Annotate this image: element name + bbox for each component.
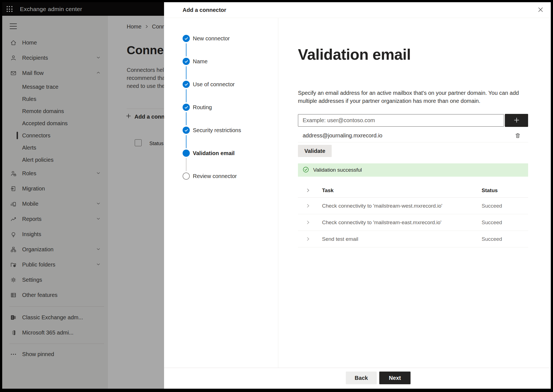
step-validation-email[interactable]: Validation email bbox=[164, 150, 278, 173]
success-check-icon bbox=[303, 166, 309, 174]
expand-row-button[interactable] bbox=[298, 220, 322, 225]
task-column-header: Task bbox=[322, 187, 482, 194]
address-value: address@journaling.mxrecord.io bbox=[298, 132, 382, 139]
address-list-item: address@journaling.mxrecord.io bbox=[298, 129, 528, 142]
validation-task-table: Task Status Check connectivity to 'mails… bbox=[298, 183, 528, 247]
add-address-button[interactable] bbox=[505, 114, 528, 127]
wizard-stepper: New connector Name Use of connector Rout… bbox=[164, 18, 278, 368]
step-connector-line bbox=[186, 135, 186, 148]
banner-text: Validation successful bbox=[313, 167, 362, 173]
trash-icon bbox=[515, 135, 521, 140]
table-row: Check connectivity to 'mailstream-west.m… bbox=[298, 198, 528, 214]
step-routing[interactable]: Routing bbox=[164, 104, 278, 127]
step-connector-line bbox=[186, 112, 186, 125]
step-done-icon bbox=[183, 35, 190, 42]
table-row: Send test email Succeed bbox=[298, 231, 528, 247]
close-icon bbox=[538, 7, 544, 14]
step-connector-line bbox=[186, 89, 186, 102]
next-button[interactable]: Next bbox=[379, 372, 411, 384]
add-connector-modal: Add a connector New connector Name bbox=[164, 2, 551, 389]
validation-success-banner: Validation successful bbox=[298, 163, 528, 177]
step-done-icon bbox=[183, 58, 190, 65]
step-security-restrictions[interactable]: Security restrictions bbox=[164, 127, 278, 150]
step-description: Specify an email address for an active m… bbox=[298, 89, 523, 105]
modal-title: Add a connector bbox=[183, 7, 226, 13]
step-use-of-connector[interactable]: Use of connector bbox=[164, 81, 278, 104]
step-connector-line bbox=[186, 66, 186, 79]
step-done-icon bbox=[183, 127, 190, 134]
status-column-header: Status bbox=[482, 187, 528, 194]
modal-header: Add a connector bbox=[164, 2, 551, 18]
table-header-row: Task Status bbox=[298, 183, 528, 198]
validate-button[interactable]: Validate bbox=[298, 145, 332, 157]
modal-footer: Back Next bbox=[164, 368, 551, 389]
close-button[interactable] bbox=[537, 6, 544, 14]
table-row: Check connectivity to 'mailstream-east.m… bbox=[298, 214, 528, 231]
status-cell: Succeed bbox=[482, 236, 528, 242]
delete-address-button[interactable] bbox=[514, 132, 521, 140]
expand-row-button[interactable] bbox=[298, 203, 322, 208]
step-review-connector[interactable]: Review connector bbox=[164, 173, 278, 195]
email-address-input[interactable] bbox=[298, 114, 504, 127]
step-connector-line bbox=[186, 158, 186, 171]
step-done-icon bbox=[183, 81, 190, 88]
task-cell: Check connectivity to 'mailstream-west.m… bbox=[322, 203, 482, 209]
task-cell: Check connectivity to 'mailstream-east.m… bbox=[322, 219, 482, 226]
step-current-icon bbox=[183, 150, 190, 157]
status-cell: Succeed bbox=[482, 203, 528, 209]
step-done-icon bbox=[183, 104, 190, 111]
step-connector-line bbox=[186, 43, 186, 56]
step-new-connector[interactable]: New connector bbox=[164, 35, 278, 58]
plus-icon bbox=[513, 117, 520, 124]
chevron-right-icon bbox=[298, 188, 322, 193]
expand-row-button[interactable] bbox=[298, 237, 322, 241]
divider bbox=[298, 142, 528, 142]
task-cell: Send test email bbox=[322, 236, 482, 242]
status-cell: Succeed bbox=[482, 219, 528, 226]
step-name[interactable]: Name bbox=[164, 58, 278, 81]
step-heading: Validation email bbox=[298, 46, 411, 63]
back-button[interactable]: Back bbox=[346, 372, 377, 384]
app-window: Exchange admin center Home Recipients Ma… bbox=[2, 2, 551, 389]
step-pending-icon bbox=[183, 173, 190, 180]
validation-email-panel: Validation email Specify an email addres… bbox=[278, 18, 551, 368]
